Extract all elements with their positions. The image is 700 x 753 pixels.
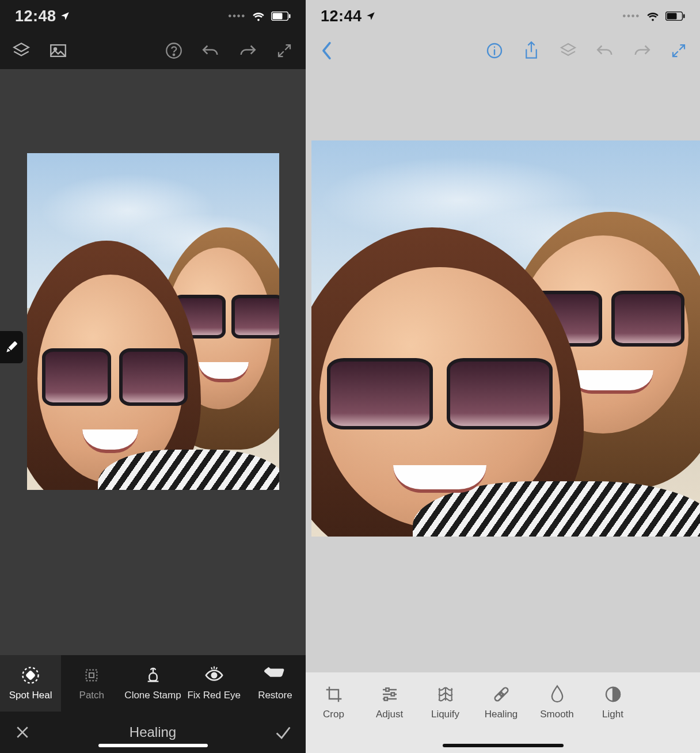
editor-healing-mode: 12:48 •••• <box>0 0 306 753</box>
tool-clone-stamp[interactable]: Clone Stamp <box>122 655 183 712</box>
svg-rect-9 <box>86 670 97 681</box>
clock-text: 12:44 <box>321 7 362 25</box>
clone-stamp-icon <box>144 666 162 684</box>
redo-button[interactable] <box>235 39 260 63</box>
edited-photo-right[interactable] <box>311 140 700 537</box>
location-icon <box>60 11 70 21</box>
wifi-icon <box>252 10 265 22</box>
more-dots-icon: •••• <box>623 11 640 21</box>
redo-button[interactable] <box>630 39 654 63</box>
svg-rect-2 <box>289 14 291 18</box>
svg-point-20 <box>502 694 503 695</box>
back-button[interactable] <box>315 39 339 63</box>
tool-fix-red-eye[interactable]: Fix Red Eye <box>184 655 245 712</box>
layers-button[interactable] <box>9 39 33 63</box>
wifi-icon <box>646 10 660 22</box>
chevron-left-icon <box>319 41 335 60</box>
tool-healing[interactable]: Healing <box>473 672 529 732</box>
status-bar-right: 12:44 •••• <box>306 0 700 32</box>
svg-rect-12 <box>667 13 677 20</box>
location-icon <box>366 11 376 21</box>
tool-patch[interactable]: Patch <box>61 655 122 712</box>
healing-tool-strip: Spot Heal Patch Clone Stamp Fix Red Eye … <box>0 655 306 712</box>
image-icon <box>48 41 68 60</box>
undo-button[interactable] <box>199 39 223 63</box>
tool-liquify[interactable]: Liquify <box>417 672 473 732</box>
tool-label: Light <box>602 709 623 720</box>
tool-label: Smooth <box>540 709 574 720</box>
svg-rect-18 <box>493 687 508 702</box>
liquify-icon <box>436 685 455 703</box>
top-toolbar-left <box>0 32 306 69</box>
share-button[interactable] <box>519 39 543 63</box>
help-icon <box>164 41 184 60</box>
svg-rect-1 <box>273 13 283 20</box>
tool-label: Liquify <box>431 709 459 720</box>
redo-icon <box>632 42 652 59</box>
brush-icon <box>4 340 19 355</box>
battery-icon <box>271 12 291 21</box>
tool-smooth[interactable]: Smooth <box>529 672 585 732</box>
status-time: 12:44 <box>321 7 376 25</box>
svg-point-10 <box>211 673 216 678</box>
bottom-safe-area <box>306 732 700 753</box>
info-icon <box>485 41 504 60</box>
eraser-icon <box>264 666 287 684</box>
image-layer-button[interactable] <box>46 39 70 63</box>
sliders-icon <box>381 685 399 703</box>
bandage-icon <box>492 684 511 704</box>
share-icon <box>523 40 540 61</box>
status-time: 12:48 <box>15 7 70 25</box>
layers-button[interactable] <box>556 39 580 63</box>
undo-button[interactable] <box>593 39 617 63</box>
tool-light[interactable]: Light <box>585 672 641 732</box>
info-button[interactable] <box>482 39 507 63</box>
editor-main-mode: 12:44 •••• <box>306 0 700 753</box>
home-indicator-left[interactable] <box>98 744 208 747</box>
close-icon <box>14 724 31 741</box>
main-tool-strip[interactable]: Crop Adjust Liquify Healing Smooth Light <box>306 672 700 732</box>
layers-icon <box>12 41 31 60</box>
tool-crop[interactable]: Crop <box>306 672 362 732</box>
battery-icon <box>665 12 685 21</box>
svg-point-19 <box>499 694 500 695</box>
svg-point-21 <box>501 692 502 693</box>
drop-icon <box>549 684 565 704</box>
tool-restore[interactable]: Restore <box>245 655 306 712</box>
status-bar-left: 12:48 •••• <box>0 0 306 32</box>
tool-label: Crop <box>323 709 344 720</box>
svg-rect-8 <box>26 671 35 680</box>
undo-icon <box>595 42 615 59</box>
undo-icon <box>201 42 220 59</box>
svg-rect-16 <box>391 693 394 695</box>
fullscreen-button[interactable] <box>667 39 691 63</box>
svg-point-4 <box>54 48 56 50</box>
clock-text: 12:48 <box>15 7 56 25</box>
tool-spot-heal[interactable]: Spot Heal <box>0 655 61 712</box>
brush-settings-tab[interactable] <box>0 331 23 363</box>
home-indicator-right[interactable] <box>443 744 564 747</box>
mode-title: Healing <box>35 724 271 740</box>
cancel-button[interactable] <box>10 720 35 744</box>
check-icon <box>273 724 293 741</box>
svg-point-22 <box>501 695 502 697</box>
more-dots-icon: •••• <box>229 11 246 21</box>
svg-rect-17 <box>384 697 387 700</box>
fullscreen-button[interactable] <box>272 39 296 63</box>
svg-point-6 <box>173 54 175 56</box>
canvas-area-right[interactable] <box>306 69 700 672</box>
tool-adjust[interactable]: Adjust <box>362 672 417 732</box>
tool-label: Restore <box>258 690 292 701</box>
edited-photo-left[interactable] <box>27 153 279 490</box>
layers-icon <box>559 41 577 60</box>
svg-rect-13 <box>683 14 685 18</box>
tool-label: Healing <box>485 709 518 720</box>
canvas-area-left[interactable] <box>0 69 306 655</box>
patch-icon <box>82 666 101 684</box>
confirm-button[interactable] <box>271 720 295 744</box>
expand-icon <box>670 42 687 59</box>
help-button[interactable] <box>162 39 186 63</box>
exposure-icon <box>604 685 622 703</box>
tool-label: Adjust <box>376 709 403 720</box>
crop-icon <box>325 685 343 703</box>
